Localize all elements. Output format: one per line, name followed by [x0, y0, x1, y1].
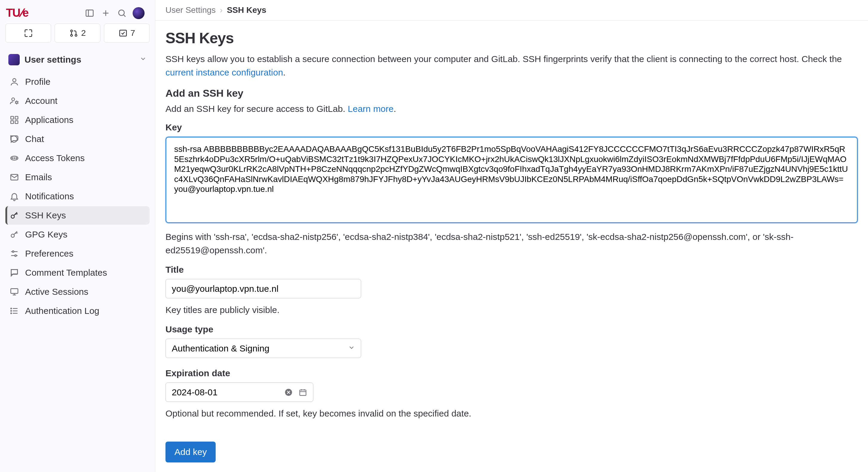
- sidebar-item-comment-templates[interactable]: Comment Templates: [5, 264, 150, 282]
- add-ssh-key-heading: Add an SSH key: [165, 88, 858, 99]
- sidebar-item-chat[interactable]: Chat: [5, 130, 150, 148]
- svg-point-20: [16, 158, 17, 159]
- svg-rect-0: [86, 10, 93, 16]
- sidebar-item-notifications[interactable]: Notifications: [5, 187, 150, 206]
- sidebar-section-header[interactable]: User settings: [5, 50, 150, 69]
- svg-point-18: [12, 158, 13, 159]
- svg-point-23: [11, 234, 14, 237]
- page-title: SSH Keys: [165, 30, 858, 47]
- svg-point-37: [11, 313, 12, 314]
- svg-rect-29: [11, 289, 18, 293]
- svg-point-8: [75, 34, 77, 36]
- sidebar-item-active-sessions[interactable]: Active Sessions: [5, 282, 150, 301]
- svg-rect-15: [11, 121, 13, 124]
- page-lead: SSH keys allow you to establish a secure…: [165, 52, 858, 79]
- breadcrumb-parent[interactable]: User Settings: [165, 5, 216, 15]
- sidebar-item-label: Chat: [25, 134, 44, 144]
- expiration-help-text: Optional but recommended. If set, key be…: [165, 407, 858, 420]
- sidebar-nav: Profile Account Applications Chat Access…: [5, 72, 150, 320]
- sidebar-item-label: Comment Templates: [25, 268, 107, 278]
- add-ssh-key-description: Add an SSH key for secure access to GitL…: [165, 104, 858, 114]
- svg-point-22: [11, 215, 14, 218]
- sidebar-item-label: Profile: [25, 77, 51, 87]
- sidebar-item-label: Access Tokens: [25, 153, 85, 163]
- ssh-key-input[interactable]: [165, 137, 858, 223]
- merge-requests-shortcut-button[interactable]: 2: [55, 24, 100, 43]
- sidebar-item-access-tokens[interactable]: Access Tokens: [5, 149, 150, 167]
- chevron-down-icon: [140, 55, 147, 64]
- svg-line-5: [124, 15, 125, 17]
- sidebar-item-label: Preferences: [25, 248, 73, 259]
- sidebar-item-label: Notifications: [25, 191, 74, 201]
- key-label: Key: [165, 122, 858, 132]
- section-avatar: [8, 54, 20, 65]
- instance-config-link[interactable]: current instance configuration: [165, 67, 283, 77]
- breadcrumb: User Settings › SSH Keys: [155, 0, 868, 21]
- sidebar-shortcut-row: 2 7: [5, 24, 150, 43]
- breadcrumb-current: SSH Keys: [227, 5, 266, 15]
- sidebar-item-account[interactable]: Account: [5, 92, 150, 110]
- section-title: User settings: [25, 55, 135, 65]
- svg-point-4: [119, 10, 125, 15]
- search-icon[interactable]: [117, 8, 127, 19]
- usage-type-select[interactable]: Authentication & Signing: [165, 339, 361, 358]
- sidebar-item-preferences[interactable]: Preferences: [5, 244, 150, 263]
- svg-point-11: [12, 98, 14, 101]
- issues-shortcut-button[interactable]: [5, 24, 51, 43]
- sidebar-item-profile[interactable]: Profile: [5, 72, 150, 91]
- todos-count: 7: [130, 28, 135, 38]
- add-key-button[interactable]: Add key: [165, 442, 216, 463]
- svg-point-12: [16, 101, 18, 104]
- sidebar-item-label: Emails: [25, 172, 52, 182]
- sidebar-item-label: Authentication Log: [25, 306, 99, 316]
- expiration-label: Expiration date: [165, 368, 858, 378]
- sidebar: TU/e 2 7 User settings: [0, 0, 155, 472]
- svg-point-25: [12, 251, 14, 252]
- sidebar-item-auth-log[interactable]: Authentication Log: [5, 302, 150, 320]
- svg-point-19: [14, 158, 15, 159]
- user-avatar[interactable]: [133, 7, 145, 19]
- sidebar-item-label: GPG Keys: [25, 230, 67, 240]
- page-content: SSH Keys SSH keys allow you to establish…: [155, 21, 868, 472]
- svg-point-6: [70, 30, 72, 32]
- sidebar-item-label: Account: [25, 96, 57, 106]
- sidebar-item-gpg-keys[interactable]: GPG Keys: [5, 225, 150, 244]
- svg-rect-9: [120, 30, 126, 36]
- sidebar-item-ssh-keys[interactable]: SSH Keys: [5, 206, 150, 225]
- main: User Settings › SSH Keys SSH Keys SSH ke…: [155, 0, 868, 472]
- key-help-text: Begins with 'ssh-rsa', 'ecdsa-sha2-nistp…: [165, 230, 858, 257]
- title-help-text: Key titles are publicly visible.: [165, 303, 858, 316]
- svg-point-35: [11, 308, 12, 309]
- svg-point-36: [11, 311, 12, 311]
- sidebar-item-emails[interactable]: Emails: [5, 168, 150, 187]
- svg-point-7: [70, 34, 72, 36]
- clear-date-icon[interactable]: [283, 387, 293, 397]
- learn-more-link[interactable]: Learn more: [348, 104, 393, 114]
- sidebar-item-label: Applications: [25, 115, 73, 125]
- merge-requests-count: 2: [81, 28, 86, 38]
- calendar-icon[interactable]: [298, 387, 308, 397]
- title-label: Title: [165, 265, 858, 275]
- usage-type-label: Usage type: [165, 324, 858, 334]
- svg-point-27: [14, 255, 16, 256]
- svg-point-10: [13, 78, 16, 82]
- sidebar-item-label: Active Sessions: [25, 287, 88, 297]
- sidebar-top: TU/e: [5, 5, 150, 24]
- sidebar-toggle-icon[interactable]: [84, 8, 95, 19]
- sidebar-item-applications[interactable]: Applications: [5, 111, 150, 129]
- svg-rect-39: [300, 390, 306, 395]
- sidebar-item-label: SSH Keys: [25, 210, 66, 221]
- plus-icon[interactable]: [100, 8, 111, 19]
- breadcrumb-separator: ›: [220, 5, 222, 15]
- svg-rect-14: [15, 116, 18, 119]
- todos-shortcut-button[interactable]: 7: [104, 24, 150, 43]
- brand-logo[interactable]: TU/e: [6, 6, 79, 20]
- title-input[interactable]: [165, 279, 361, 298]
- svg-rect-13: [11, 116, 13, 119]
- svg-rect-16: [15, 121, 18, 124]
